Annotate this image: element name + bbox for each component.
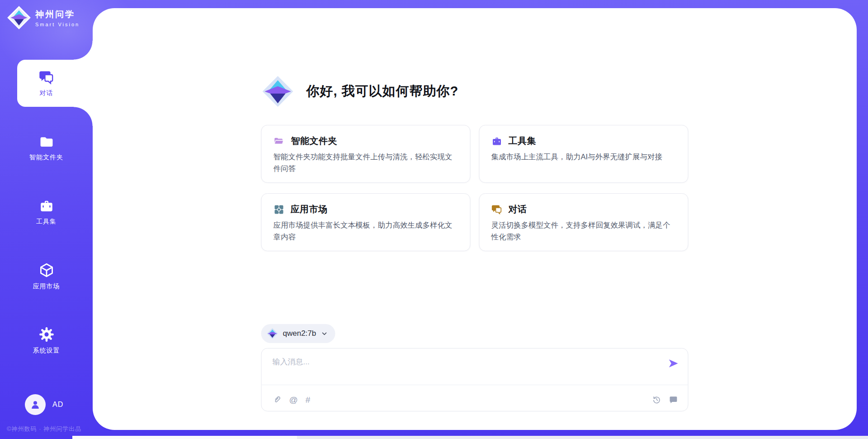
scrollbar-thumb[interactable] bbox=[72, 436, 297, 439]
sidebar-nav: 对话 智能文件夹 工具集 应用市场 bbox=[0, 60, 93, 381]
comment-icon bbox=[669, 395, 678, 404]
feature-cards: 智能文件夹 智能文件夹功能支持批量文件上传与清洗，轻松实现文件问答 工具集 集成… bbox=[261, 125, 689, 251]
composer-divider bbox=[262, 385, 688, 385]
card-description: 应用市场提供丰富长文本模板，助力高效生成多样化文章内容 bbox=[274, 220, 458, 243]
card-title: 应用市场 bbox=[291, 203, 328, 215]
card-app-market[interactable]: 应用市场 应用市场提供丰富长文本模板，助力高效生成多样化文章内容 bbox=[261, 193, 471, 251]
sidebar-item-label: 智能文件夹 bbox=[29, 153, 63, 162]
card-toolset[interactable]: 工具集 集成市场上主流工具，助力AI与外界无缝扩展与对接 bbox=[479, 125, 689, 183]
paperclip-icon bbox=[273, 395, 282, 404]
cube-icon bbox=[38, 262, 55, 278]
send-icon bbox=[668, 358, 679, 368]
send-button[interactable] bbox=[668, 358, 679, 370]
message-composer: @ # bbox=[261, 348, 689, 411]
hashtag-button[interactable]: # bbox=[306, 396, 311, 404]
sidebar-item-app-market[interactable]: 应用市场 bbox=[0, 253, 93, 300]
model-logo-icon bbox=[267, 328, 278, 339]
chat-bubbles-icon bbox=[491, 204, 503, 215]
sidebar-item-smart-folder[interactable]: 智能文件夹 bbox=[0, 124, 93, 171]
open-folder-icon bbox=[274, 136, 285, 147]
gear-icon bbox=[38, 326, 55, 343]
person-icon bbox=[29, 399, 41, 410]
cube-grid-icon bbox=[274, 204, 285, 215]
card-title: 智能文件夹 bbox=[291, 135, 338, 147]
sidebar-item-chat[interactable]: 对话 bbox=[0, 60, 93, 107]
folder-icon bbox=[38, 134, 55, 149]
chevron-down-icon bbox=[321, 330, 328, 337]
model-name: qwen2:7b bbox=[283, 329, 316, 338]
brand-subtitle: Smart Vision bbox=[35, 22, 80, 27]
card-description: 集成市场上主流工具，助力AI与外界无缝扩展与对接 bbox=[491, 151, 676, 163]
horizontal-scrollbar[interactable] bbox=[72, 436, 868, 439]
main-panel: 你好, 我可以如何帮助你? 智能文件夹 智能文件夹功能支持批量文件上传与清洗，轻… bbox=[93, 8, 857, 430]
assistant-logo-icon bbox=[261, 75, 295, 108]
feedback-button[interactable] bbox=[669, 395, 678, 404]
sidebar: 神州问学 Smart Vision 对话 智能文件夹 bbox=[0, 0, 93, 439]
card-chat[interactable]: 对话 灵活切换多模型文件，支持多样回复效果调试，满足个性化需求 bbox=[479, 193, 689, 251]
sidebar-item-label: 应用市场 bbox=[33, 282, 60, 291]
toolbox-icon bbox=[491, 136, 503, 147]
tab-connector-top bbox=[74, 41, 93, 60]
message-input[interactable] bbox=[273, 357, 652, 383]
card-smart-folder[interactable]: 智能文件夹 智能文件夹功能支持批量文件上传与清洗，轻松实现文件问答 bbox=[261, 125, 471, 183]
mention-button[interactable]: @ bbox=[289, 396, 298, 404]
attach-file-button[interactable] bbox=[273, 395, 282, 404]
greeting: 你好, 我可以如何帮助你? bbox=[261, 75, 459, 108]
card-title: 对话 bbox=[509, 203, 527, 215]
brand-logo-icon bbox=[7, 6, 31, 29]
card-description: 灵活切换多模型文件，支持多样回复效果调试，满足个性化需求 bbox=[491, 220, 676, 243]
tab-connector-bottom bbox=[74, 107, 93, 126]
model-selector[interactable]: qwen2:7b bbox=[261, 324, 335, 343]
composer-toolbar: @ # bbox=[273, 395, 678, 404]
history-button[interactable] bbox=[652, 395, 661, 404]
brand-name: 神州问学 bbox=[35, 9, 80, 20]
chat-icon bbox=[39, 70, 54, 85]
greeting-text: 你好, 我可以如何帮助你? bbox=[307, 82, 459, 100]
sidebar-item-label: 工具集 bbox=[36, 218, 57, 226]
card-description: 智能文件夹功能支持批量文件上传与清洗，轻松实现文件问答 bbox=[274, 151, 458, 174]
sidebar-item-label: 对话 bbox=[40, 89, 53, 97]
toolbox-icon bbox=[38, 198, 55, 214]
card-title: 工具集 bbox=[509, 135, 537, 147]
copyright-footer: ©神州数码 · 神州问学出品 bbox=[7, 425, 81, 433]
brand: 神州问学 Smart Vision bbox=[7, 6, 80, 29]
sidebar-item-toolset[interactable]: 工具集 bbox=[0, 188, 93, 235]
sidebar-item-settings[interactable]: 系统设置 bbox=[0, 317, 93, 364]
user-profile[interactable]: AD bbox=[25, 394, 63, 415]
sidebar-item-label: 系统设置 bbox=[33, 347, 60, 355]
avatar bbox=[25, 394, 46, 415]
history-icon bbox=[652, 395, 661, 404]
active-tab-background bbox=[17, 60, 93, 107]
user-initials: AD bbox=[52, 401, 63, 409]
